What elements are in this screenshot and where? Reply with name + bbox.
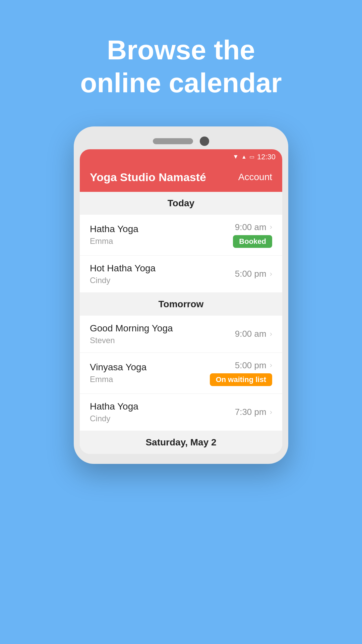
class-item-hatha-yoga-tomorrow[interactable]: Hatha Yoga Cindy 7:30 pm › [80,394,282,431]
chevron-right-icon: › [270,270,272,278]
class-name: Hot Hatha Yoga [90,263,235,274]
app-title: Yoga Studio Namasté [90,171,206,184]
class-instructor: Emma [90,375,210,384]
class-time: 7:30 pm [235,407,266,417]
section-title-tomorrow: Tomorrow [159,299,204,309]
class-info: Hatha Yoga Emma [90,224,233,246]
class-item-hot-hatha-yoga[interactable]: Hot Hatha Yoga Cindy 5:00 pm › [80,256,282,293]
class-time: 5:00 pm [235,360,266,371]
chevron-right-icon: › [270,223,272,231]
waiting-badge: On waiting list [210,373,272,386]
phone-speaker [153,138,193,144]
class-name: Vinyasa Yoga [90,362,210,373]
class-right: 9:00 am › Booked [233,222,272,248]
section-title-today: Today [168,198,194,208]
class-name: Hatha Yoga [90,401,235,412]
section-header-tomorrow: Tomorrow [80,293,282,316]
class-instructor: Cindy [90,414,235,423]
class-time-row: 7:30 pm › [235,407,272,417]
class-instructor: Cindy [90,276,235,285]
class-right: 7:30 pm › [235,407,272,417]
hero-line1: Browse the [80,34,282,66]
class-time-row: 5:00 pm › [235,360,272,371]
class-time: 9:00 am [235,222,266,232]
section-header-saturday: Saturday, May 2 [80,431,282,454]
class-item-vinyasa-yoga[interactable]: Vinyasa Yoga Emma 5:00 pm › On waiting l… [80,353,282,394]
class-right: 5:00 pm › On waiting list [210,360,272,386]
class-item-good-morning-yoga[interactable]: Good Morning Yoga Steven 9:00 am › [80,316,282,353]
phone-camera [200,137,209,146]
status-time: 12:30 [257,153,276,161]
class-time-row: 9:00 am › [235,329,272,339]
battery-icon: ▭ [249,154,254,160]
hero-line2: online calendar [80,66,282,99]
section-header-today: Today [80,192,282,215]
signal-icon: ▲ [241,154,247,160]
chevron-right-icon: › [270,408,272,417]
class-right: 9:00 am › [235,329,272,339]
phone-mockup: ▼ ▲ ▭ 12:30 Yoga Studio Namasté Account … [74,126,288,464]
class-time: 5:00 pm [235,269,266,279]
class-time: 9:00 am [235,329,266,339]
class-name: Hatha Yoga [90,224,233,234]
class-info: Vinyasa Yoga Emma [90,362,210,384]
wifi-icon: ▼ [233,153,239,160]
chevron-right-icon: › [270,361,272,370]
class-name: Good Morning Yoga [90,323,235,334]
status-icons: ▼ ▲ ▭ 12:30 [233,153,276,161]
class-info: Good Morning Yoga Steven [90,323,235,345]
status-bar: ▼ ▲ ▭ 12:30 [80,149,282,165]
class-instructor: Steven [90,336,235,345]
class-right: 5:00 pm › [235,269,272,279]
class-time-row: 9:00 am › [235,222,272,232]
section-title-saturday: Saturday, May 2 [145,437,216,447]
booked-badge: Booked [233,235,272,248]
hero-heading: Browse the online calendar [80,34,282,100]
phone-notch [80,137,282,146]
class-info: Hatha Yoga Cindy [90,401,235,423]
app-header: Yoga Studio Namasté Account [80,165,282,192]
class-info: Hot Hatha Yoga Cindy [90,263,235,285]
class-item-hatha-yoga-today[interactable]: Hatha Yoga Emma 9:00 am › Booked [80,215,282,256]
phone-screen: ▼ ▲ ▭ 12:30 Yoga Studio Namasté Account … [80,149,282,454]
account-button[interactable]: Account [238,172,272,182]
class-time-row: 5:00 pm › [235,269,272,279]
class-instructor: Emma [90,236,233,246]
chevron-right-icon: › [270,330,272,338]
